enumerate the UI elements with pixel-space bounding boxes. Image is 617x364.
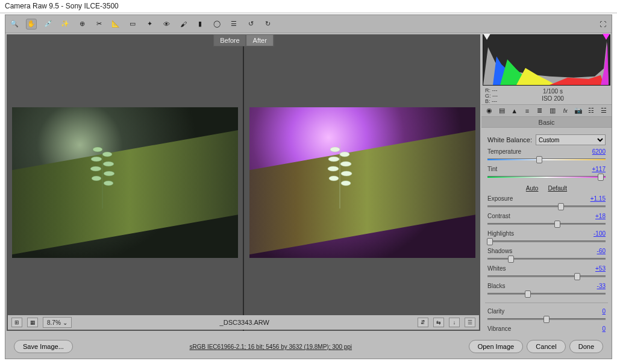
shadow-clip-icon[interactable] [483,34,490,40]
shadows-slider[interactable]: Shadows-60 [487,248,606,263]
red-eye-icon[interactable]: 👁 [161,19,172,30]
zoom-tool-icon[interactable]: 🔍 [9,19,20,30]
white-balance-eyedropper-icon[interactable]: 💉 [43,19,54,30]
color-sampler-icon[interactable]: ✨ [60,19,70,30]
workflow-link[interactable]: sRGB IEC61966-2.1; 16 bit; 5456 by 3632 … [189,344,352,350]
swap-icon[interactable]: ⇆ [433,318,444,327]
wb-label: White Balance: [487,136,532,143]
vibrance-slider[interactable]: Vibrance0 [487,325,606,332]
footer-bar: Save Image... sRGB IEC61966-2.1; 16 bit;… [5,334,612,359]
svg-point-2 [91,157,102,162]
highlight-clip-icon[interactable] [603,34,610,40]
svg-point-9 [340,152,349,157]
rotate-ccw-icon[interactable]: ↺ [245,19,256,30]
tab-curve-icon[interactable]: ▤ [498,107,506,115]
fullscreen-icon[interactable]: ⛶ [597,19,608,30]
temperature-slider[interactable]: Temperature6200 [487,148,606,163]
svg-point-15 [341,181,351,186]
default-link[interactable]: Default [548,185,567,192]
clarity-slider[interactable]: Clarity0 [487,308,606,323]
svg-point-4 [90,166,101,171]
panel-header: Basic [481,117,612,128]
crop-tool-icon[interactable]: ✂ [93,19,104,30]
tab-fx-icon[interactable]: fx [562,107,569,115]
transform-tool-icon[interactable]: ▭ [127,19,138,30]
after-preview[interactable] [244,34,480,331]
exposure-slider[interactable]: Exposure+1.15 [487,195,606,210]
svg-point-6 [92,176,101,181]
tab-snapshots-icon[interactable]: ☱ [600,107,608,115]
tab-detail-icon[interactable]: ▲ [510,107,518,115]
side-panel: R: ---G: ---B: --- 1/100 sISO 200 ◉ ▤ ▲ … [481,33,612,332]
svg-point-12 [328,166,339,171]
svg-point-7 [104,181,113,186]
wb-dropdown[interactable]: Custom [536,134,606,145]
rotate-cw-icon[interactable]: ↻ [262,19,273,30]
done-button[interactable]: Done [569,340,603,353]
window-title: Camera Raw 9.5 - Sony ILCE-3500 [0,0,617,13]
histogram[interactable] [483,34,610,86]
auto-link[interactable]: Auto [526,185,539,192]
tab-lens-icon[interactable]: ▥ [549,107,557,115]
highlights-slider[interactable]: Highlights-100 [487,230,606,245]
tint-slider[interactable]: Tint+117 [487,166,606,181]
grid-toggle-icon[interactable]: ⊞ [11,318,22,327]
basic-panel: White Balance: Custom Temperature6200 Ti… [481,128,612,332]
spot-removal-icon[interactable]: ✦ [144,19,155,30]
whites-slider[interactable]: Whites+53 [487,265,606,280]
before-preview[interactable] [7,34,243,331]
adjustment-tabs: ◉ ▤ ▲ ≡ ≣ ▥ fx 📷 ☷ ☱ [481,105,612,117]
tab-hsl-icon[interactable]: ≡ [523,107,531,115]
tab-basic-icon[interactable]: ◉ [485,107,493,115]
svg-point-13 [341,171,352,176]
straighten-tool-icon[interactable]: 📐 [110,19,121,30]
svg-point-1 [102,152,112,157]
view-options-icon[interactable]: ☰ [465,318,475,327]
graduated-filter-icon[interactable]: ▮ [195,19,205,30]
hand-tool-icon[interactable]: ✋ [26,19,37,30]
exposure-readout: R: ---G: ---B: --- 1/100 sISO 200 [481,87,612,105]
preferences-icon[interactable]: ☰ [228,19,239,30]
top-toolbar: 🔍 ✋ 💉 ✨ ⊕ ✂ 📐 ▭ ✦ 👁 🖌 ▮ ◯ ☰ ↺ ↻ ⛶ [5,15,612,33]
preview-bottom-bar: ⊞ ▦ 8.7% ⌄ _DSC3343.ARW ⇵ ⇆ ↓ ☰ [8,315,479,330]
open-image-button[interactable]: Open Image [469,340,524,353]
svg-point-14 [329,176,339,181]
adjustment-brush-icon[interactable]: 🖌 [178,19,189,30]
zoom-level[interactable]: 8.7% ⌄ [43,317,72,328]
copy-settings-icon[interactable]: ↓ [449,318,460,327]
svg-point-8 [330,147,340,152]
tab-presets-icon[interactable]: ☷ [587,107,595,115]
svg-point-5 [104,171,114,176]
compare-mode-icon[interactable]: ⇵ [418,318,428,327]
tab-split-icon[interactable]: ≣ [536,107,543,115]
filmstrip-toggle-icon[interactable]: ▦ [27,318,38,327]
svg-point-10 [328,157,339,162]
cancel-button[interactable]: Cancel [527,340,565,353]
save-image-button[interactable]: Save Image... [14,340,73,353]
tab-camera-icon[interactable]: 📷 [574,107,583,115]
blacks-slider[interactable]: Blacks-33 [487,283,606,298]
svg-point-0 [93,147,102,152]
svg-point-3 [103,162,114,166]
contrast-slider[interactable]: Contrast+18 [487,213,606,228]
targeted-adjustment-icon[interactable]: ⊕ [77,19,87,30]
preview-area: Before After ⊞ ▦ 8.7% ⌄ [7,34,480,331]
radial-filter-icon[interactable]: ◯ [211,19,222,30]
svg-point-11 [340,162,351,166]
filename-label: _DSC3343.ARW [77,319,413,326]
camera-raw-dialog: 🔍 ✋ 💉 ✨ ⊕ ✂ 📐 ▭ ✦ 👁 🖌 ▮ ◯ ☰ ↺ ↻ ⛶ Before… [5,14,612,359]
